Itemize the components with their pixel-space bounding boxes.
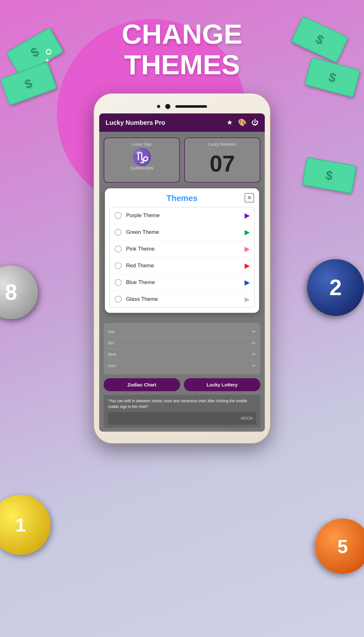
capricorn-symbol: ♑ (108, 149, 175, 165)
edit-icon-birth2[interactable]: ✏ (252, 351, 256, 357)
phone-speaker (175, 105, 207, 108)
phone-mockup: Lucky Numbers Pro ★ 🎨 ⏻ Lucky Sign ♑ CAP… (94, 93, 270, 444)
theme-item-purple[interactable]: Purple Theme ▶ (110, 207, 254, 224)
page-heading: CHANGE THEMES (0, 19, 364, 80)
action-buttons: Zodiac Chart Lucky Lottery (104, 378, 260, 391)
edit-icon-date[interactable]: ✏ (252, 329, 256, 335)
app-body: Lucky Sign ♑ CAPRICORN Lucky Numbers 07 … (99, 132, 265, 323)
app-title: Lucky Numbers Pro (106, 119, 221, 126)
lucky-sign-card: Lucky Sign ♑ CAPRICORN (104, 137, 180, 183)
theme-arrow-green: ▶ (245, 228, 249, 236)
info-label-gender: Gen (108, 363, 249, 368)
theme-item-blue[interactable]: Blue Theme ▶ (110, 274, 254, 291)
zodiac-chart-button[interactable]: Zodiac Chart (104, 378, 180, 391)
theme-radio-glass[interactable] (115, 296, 122, 303)
info-row-gender: Gen ✏ (108, 360, 256, 371)
theme-radio-pink[interactable] (115, 246, 122, 252)
theme-name-blue: Blue Theme (126, 279, 245, 286)
moon-label: MOON (241, 416, 253, 421)
phone-screen: Lucky Numbers Pro ★ 🎨 ⏻ Lucky Sign ♑ CAP… (99, 113, 265, 432)
note-box: *You can shift in between zodiac chart a… (104, 395, 260, 428)
capricorn-text: CAPRICORN (108, 166, 175, 171)
lucky-cards-row: Lucky Sign ♑ CAPRICORN Lucky Numbers 07 (104, 137, 260, 183)
star-icon[interactable]: ★ (227, 118, 233, 127)
app-header: Lucky Numbers Pro ★ 🎨 ⏻ (99, 113, 265, 132)
themes-modal: Themes ✕ Purple Theme ▶ (105, 188, 259, 313)
phone-body: Lucky Numbers Pro ★ 🎨 ⏻ Lucky Sign ♑ CAP… (94, 93, 270, 444)
theme-item-green[interactable]: Green Theme ▶ (110, 224, 254, 241)
theme-item-glass[interactable]: Glass Theme ▶ (110, 291, 254, 307)
billiard-ball-blue: 2 (307, 259, 364, 316)
info-rows: Dat ✏ Birt ✏ Birth ✏ Gen ✏ (104, 323, 260, 374)
note-text: *You can shift in between zodiac chart a… (108, 398, 256, 410)
theme-arrow-pink: ▶ (245, 245, 249, 253)
themes-modal-header: Themes ✕ (105, 188, 259, 207)
edit-icon-birth1[interactable]: ✏ (252, 340, 256, 346)
info-row-birth2: Birth ✏ (108, 349, 256, 360)
theme-name-pink: Pink Theme (126, 246, 245, 252)
chart-area: MOON (108, 412, 256, 425)
theme-radio-blue[interactable] (115, 279, 122, 286)
phone-notch (99, 104, 265, 109)
theme-arrow-glass: ▶ (245, 295, 249, 303)
theme-arrow-blue: ▶ (245, 279, 249, 286)
info-label-birth2: Birth (108, 352, 249, 357)
info-row-birth1: Birt ✏ (108, 337, 256, 349)
theme-name-red: Red Theme (126, 263, 245, 269)
lucky-numbers-label: Lucky Numbers (189, 142, 256, 147)
theme-arrow-purple: ▶ (245, 212, 249, 219)
themes-close-button[interactable]: ✕ (245, 193, 254, 203)
phone-camera (165, 104, 170, 109)
lucky-sign-label: Lucky Sign (108, 142, 175, 147)
theme-name-glass: Glass Theme (126, 296, 245, 302)
info-row-date: Dat ✏ (108, 326, 256, 337)
info-label-date: Dat (108, 329, 249, 334)
info-label-birth1: Birt (108, 341, 249, 345)
phone-dot (157, 105, 160, 108)
theme-radio-red[interactable] (115, 262, 122, 269)
lucky-lottery-button[interactable]: Lucky Lottery (184, 378, 260, 391)
theme-name-green: Green Theme (126, 229, 245, 235)
edit-icon-gender[interactable]: ✏ (252, 363, 256, 369)
theme-radio-green[interactable] (115, 229, 122, 236)
lucky-number-value: 07 (189, 149, 256, 178)
power-icon[interactable]: ⏻ (252, 118, 258, 127)
theme-item-red[interactable]: Red Theme ▶ (110, 258, 254, 274)
bottom-section: Dat ✏ Birt ✏ Birth ✏ Gen ✏ (99, 323, 265, 432)
theme-item-pink[interactable]: Pink Theme ▶ (110, 241, 254, 258)
theme-arrow-red: ▶ (245, 262, 249, 270)
theme-name-purple: Purple Theme (126, 212, 245, 219)
lucky-numbers-card: Lucky Numbers 07 (184, 137, 260, 183)
themes-title: Themes (167, 193, 197, 203)
themes-list: Purple Theme ▶ Green Theme ▶ Pink Theme … (109, 207, 255, 308)
theme-radio-purple[interactable] (115, 212, 122, 219)
palette-icon[interactable]: 🎨 (238, 118, 246, 127)
